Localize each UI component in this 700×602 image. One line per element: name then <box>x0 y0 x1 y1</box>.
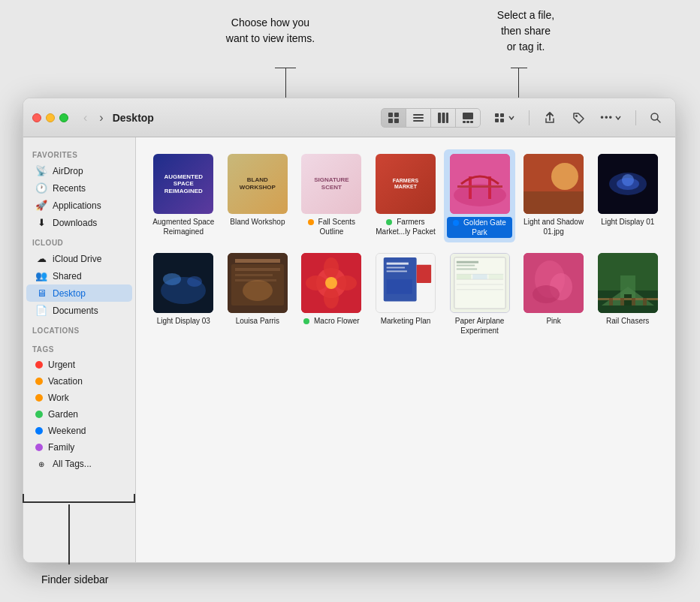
more-button[interactable]: ••• <box>596 109 626 126</box>
view-icon-button[interactable] <box>382 109 406 127</box>
file-thumb-golden-gate <box>450 154 510 214</box>
sidebar-item-documents[interactable]: 📄 Documents <box>26 302 132 319</box>
file-item-bland-workshop[interactable]: BLANDWORKSHOP Bland Workshop <box>222 149 294 242</box>
share-button[interactable] <box>539 108 561 128</box>
file-item-macro-flower[interactable]: Macro Flower <box>296 248 367 340</box>
view-gallery-button[interactable] <box>456 109 480 127</box>
view-list-button[interactable] <box>406 109 431 127</box>
sidebar-tag-label-all: All Tags... <box>53 459 92 469</box>
callout-view-arrow-h <box>275 68 296 68</box>
maximize-button[interactable] <box>59 113 68 122</box>
file-item-golden-gate[interactable]: Golden Gate Park <box>444 149 515 242</box>
group-button[interactable] <box>490 109 520 127</box>
more-dots: ••• <box>600 112 613 123</box>
file-item-pink[interactable]: Pink <box>518 248 590 340</box>
svg-rect-67 <box>456 274 471 279</box>
sidebar-item-desktop[interactable]: 🖥 Desktop <box>26 284 132 302</box>
view-column-button[interactable] <box>431 109 456 127</box>
dot-fall-scents <box>308 219 314 225</box>
file-name-pink: Pink <box>546 316 560 326</box>
sidebar-item-tag-all[interactable]: ⊕ All Tags... <box>26 456 132 472</box>
sidebar-tag-label-weekend: Weekend <box>48 426 86 436</box>
sidebar-item-airdrop[interactable]: 📡 AirDrop <box>26 162 132 179</box>
gallery-icon <box>462 112 474 124</box>
close-button[interactable] <box>32 113 41 122</box>
sidebar-tag-label-vacation: Vacation <box>48 376 83 387</box>
svg-point-35 <box>163 273 181 285</box>
sidebar-item-tag-family[interactable]: Family <box>26 439 132 456</box>
file-thumb-bland-workshop: BLANDWORKSHOP <box>228 154 288 214</box>
recents-icon: 🕐 <box>35 182 47 194</box>
back-button[interactable]: ‹ <box>80 110 90 126</box>
callout-view-arrow <box>285 68 286 101</box>
pink-image <box>523 253 584 313</box>
file-item-marketing-plan[interactable]: Marketing Plan <box>370 248 442 340</box>
file-thumb-fall-scents: SIGNATURESCENT <box>301 154 361 214</box>
sidebar-item-label-downloads: Downloads <box>53 218 97 228</box>
svg-rect-78 <box>598 298 658 300</box>
finder-body: Favorites 📡 AirDrop 🕐 Recents 🚀 Applicat… <box>23 137 675 562</box>
sidebar-bracket-top <box>23 501 135 503</box>
sidebar-callout-label: Finder sidebar <box>41 573 109 585</box>
minimize-button[interactable] <box>46 113 55 122</box>
svg-rect-61 <box>456 265 474 266</box>
tag-dot-garden <box>35 411 43 418</box>
dot-macro-flower <box>303 318 309 324</box>
sidebar-item-tag-work[interactable]: Work <box>26 390 132 406</box>
file-item-paper-airplane[interactable]: Paper Airplane Experiment <box>444 248 515 340</box>
svg-point-46 <box>324 257 339 278</box>
dot-farmers-market <box>386 219 392 225</box>
svg-point-18 <box>575 115 578 117</box>
file-item-light-shadow[interactable]: Light and Shadow 01.jpg <box>518 149 590 242</box>
svg-rect-54 <box>387 263 409 265</box>
file-item-augmented-space[interactable]: AUGMENTEDSPACEREIMAGINED Augmented Space… <box>148 149 219 242</box>
group-icon <box>494 112 506 124</box>
svg-rect-5 <box>413 117 424 119</box>
svg-rect-80 <box>620 298 624 306</box>
view-buttons-group <box>381 108 481 128</box>
file-thumb-light-shadow <box>523 154 584 214</box>
sidebar-item-icloud-drive[interactable]: ☁ iCloud Drive <box>26 250 132 267</box>
sidebar-item-recents[interactable]: 🕐 Recents <box>26 179 132 197</box>
file-name-bland-workshop: Bland Workshop <box>230 217 285 227</box>
sidebar-item-applications[interactable]: 🚀 Applications <box>26 197 132 214</box>
forward-button[interactable]: › <box>96 110 106 126</box>
file-name-fall-scents: Fall Scents Outline <box>299 217 364 236</box>
svg-point-32 <box>617 178 639 190</box>
svg-point-73 <box>533 285 560 303</box>
file-item-light-display-03[interactable]: Light Display 03 <box>148 248 219 340</box>
traffic-lights <box>32 113 68 122</box>
dot-golden-gate <box>453 220 459 226</box>
file-item-light-display-01[interactable]: Light Display 01 <box>592 149 663 242</box>
tag-button[interactable] <box>567 108 590 128</box>
sidebar-item-tag-weekend[interactable]: Weekend <box>26 423 132 439</box>
file-item-farmers-market[interactable]: FARMERSMARKET Farmers Market...ly Packet <box>370 149 442 242</box>
sidebar-item-shared[interactable]: 👥 Shared <box>26 267 132 284</box>
sidebar-item-label-desktop: Desktop <box>53 288 86 299</box>
sidebar-item-label-documents: Documents <box>53 306 98 316</box>
svg-rect-0 <box>388 113 393 117</box>
sidebar-item-tag-urgent[interactable]: Urgent <box>26 357 132 373</box>
sidebar-item-label-airdrop: AirDrop <box>53 166 83 176</box>
sidebar-item-downloads[interactable]: ⬇ Downloads <box>26 214 132 231</box>
search-button[interactable] <box>645 109 666 127</box>
file-item-louisa-parris[interactable]: Louisa Parris <box>222 248 294 340</box>
file-name-augmented-space: Augmented Space Reimagined <box>151 217 216 236</box>
sidebar-item-tag-vacation[interactable]: Vacation <box>26 373 132 390</box>
file-item-rail-chasers[interactable]: Rail Chasers <box>592 248 663 340</box>
svg-rect-28 <box>523 191 584 214</box>
locations-label: Locations <box>23 319 135 338</box>
file-grid: AUGMENTEDSPACEREIMAGINED Augmented Space… <box>148 149 663 340</box>
file-name-louisa-parris: Louisa Parris <box>236 316 279 326</box>
file-name-rail-chasers: Rail Chasers <box>606 316 649 326</box>
file-thumb-pink <box>523 253 584 313</box>
svg-rect-9 <box>446 113 448 123</box>
file-thumb-rail-chasers <box>598 253 658 313</box>
svg-rect-38 <box>235 259 280 263</box>
svg-point-47 <box>336 275 357 290</box>
list-icon <box>412 112 424 124</box>
svg-rect-11 <box>463 121 466 123</box>
sidebar-item-tag-garden[interactable]: Garden <box>26 406 132 423</box>
toolbar-divider-2 <box>635 110 636 125</box>
file-item-fall-scents[interactable]: SIGNATURESCENT Fall Scents Outline <box>296 149 367 242</box>
